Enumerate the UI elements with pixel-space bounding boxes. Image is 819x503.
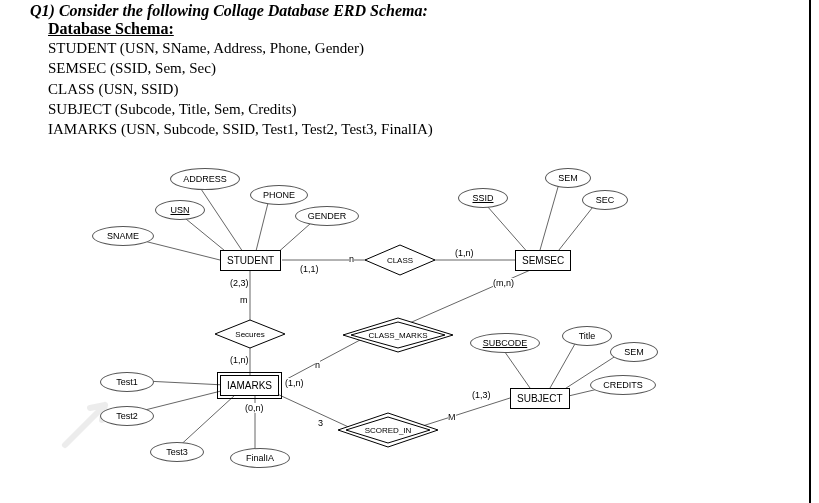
attr-finalia: FinalIA (230, 448, 290, 468)
attr-phone: PHONE (250, 185, 308, 205)
erd-diagram: STUDENT ADDRESS PHONE USN SNAME GENDER S… (60, 150, 760, 490)
card-student-class: (1,1) (300, 264, 319, 274)
card-three: 3 (318, 418, 323, 428)
entity-iamarks: IAMARKS (220, 375, 279, 396)
attr-sec: SEC (582, 190, 628, 210)
svg-line-0 (195, 180, 245, 255)
card-semsec-classmarks: (m,n) (493, 278, 514, 288)
attr-credits: CREDITS (590, 375, 656, 395)
card-student-secures: (2,3) (230, 278, 249, 288)
attr-sem: SEM (545, 168, 591, 188)
attr-test1: Test1 (100, 372, 154, 392)
svg-line-6 (540, 180, 560, 250)
attr-gender: GENDER (295, 206, 359, 226)
card-iamarks-scoredin: (0,n) (245, 403, 264, 413)
card-iamarks-classmarks: (1,n) (285, 378, 304, 388)
card-n: n (315, 360, 320, 370)
attr-sname: SNAME (92, 226, 154, 246)
attr-usn: USN (155, 200, 205, 220)
attr-sem2: SEM (610, 342, 658, 362)
entity-student: STUDENT (220, 250, 281, 271)
card-m: m (240, 295, 248, 305)
rel-class: CLASS (365, 245, 435, 275)
attr-ssid: SSID (458, 188, 508, 208)
attr-subcode: SUBCODE (470, 333, 540, 353)
attr-test3: Test3 (150, 442, 204, 462)
card-class-semsec: (1,n) (455, 248, 474, 258)
attr-title: Title (562, 326, 612, 346)
svg-line-12 (405, 268, 535, 325)
entity-subject: SUBJECT (510, 388, 570, 409)
card-secures-iamarks: (1,n) (230, 355, 249, 365)
rel-scored-in: SCORED_IN (338, 413, 438, 447)
card-M: M (448, 412, 456, 422)
entity-semsec: SEMSEC (515, 250, 571, 271)
rel-secures: Secures (215, 320, 285, 348)
card-subject-scoredin: (1,3) (472, 390, 491, 400)
attr-address: ADDRESS (170, 168, 240, 190)
attr-test2: Test2 (100, 406, 154, 426)
rel-class-marks: CLASS_MARKS (343, 318, 453, 352)
card-n: n (349, 254, 354, 264)
